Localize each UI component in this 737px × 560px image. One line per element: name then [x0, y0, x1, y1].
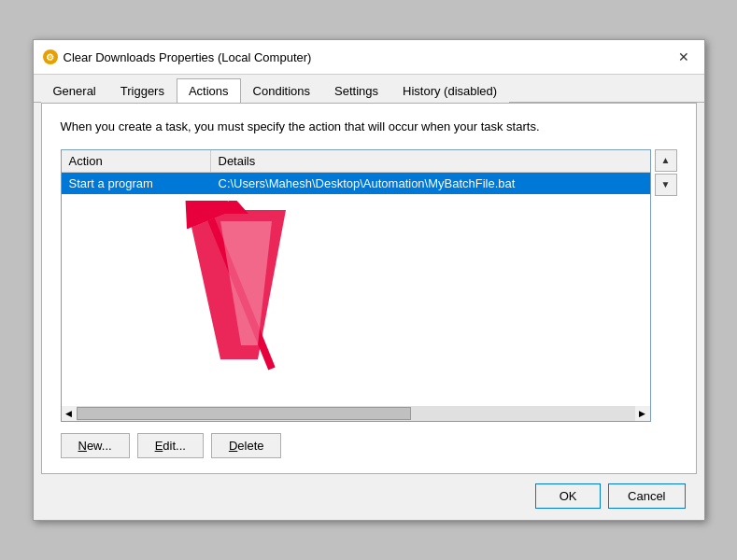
scroll-right-button[interactable]: ▶ — [635, 406, 650, 421]
cell-details: C:\Users\Mahesh\Desktop\Automation\MyBat… — [211, 173, 650, 194]
edit-button[interactable]: Edit... — [137, 433, 204, 458]
actions-table: Action Details Start a program C:\Users\… — [61, 149, 651, 422]
delete-button[interactable]: Delete — [211, 433, 282, 458]
tab-content: When you create a task, you must specify… — [41, 103, 697, 473]
table-area: Action Details Start a program C:\Users\… — [61, 149, 677, 422]
edit-button-label: Edit... — [155, 439, 186, 453]
cancel-button[interactable]: Cancel — [608, 483, 685, 509]
column-details: Details — [211, 150, 650, 172]
svg-marker-4 — [218, 201, 248, 214]
tab-conditions[interactable]: Conditions — [241, 78, 322, 103]
scroll-left-button[interactable]: ◀ — [62, 406, 77, 421]
tab-actions[interactable]: Actions — [177, 78, 241, 103]
annotation-arrow — [174, 201, 323, 387]
action-buttons: New... Edit... Delete — [61, 433, 677, 458]
tab-settings[interactable]: Settings — [322, 78, 390, 103]
table-body: Start a program C:\Users\Mahesh\Desktop\… — [62, 173, 650, 406]
vertical-scroll-buttons: ▲ ▼ — [655, 149, 677, 422]
table-row[interactable]: Start a program C:\Users\Mahesh\Desktop\… — [62, 173, 650, 194]
cell-action: Start a program — [62, 173, 211, 194]
scrollbar-thumb[interactable] — [77, 407, 412, 420]
window-title: Clear Downloads Properties (Local Comput… — [64, 50, 312, 64]
svg-line-1 — [211, 219, 272, 369]
tab-general[interactable]: General — [41, 78, 108, 103]
ok-button[interactable]: OK — [535, 483, 601, 509]
window-icon: ⚙ — [43, 49, 58, 64]
description-text: When you create a task, you must specify… — [61, 119, 677, 135]
main-window: ⚙ Clear Downloads Properties (Local Comp… — [33, 39, 705, 520]
tab-history[interactable]: History (disabled) — [390, 78, 509, 103]
scroll-down-button[interactable]: ▼ — [655, 174, 677, 196]
table-header: Action Details — [62, 150, 650, 173]
title-bar-left: ⚙ Clear Downloads Properties (Local Comp… — [43, 49, 312, 64]
title-bar: ⚙ Clear Downloads Properties (Local Comp… — [34, 40, 704, 75]
svg-marker-3 — [220, 221, 272, 345]
column-action: Action — [62, 150, 211, 172]
scroll-up-button[interactable]: ▲ — [655, 149, 677, 172]
bottom-buttons: OK Cancel — [34, 474, 704, 520]
horizontal-scrollbar[interactable]: ◀ ▶ — [62, 406, 650, 421]
tab-triggers[interactable]: Triggers — [108, 78, 177, 103]
delete-button-label: Delete — [229, 439, 264, 453]
new-button-label: New... — [78, 439, 112, 453]
svg-marker-2 — [188, 210, 286, 359]
tab-bar: General Triggers Actions Conditions Sett… — [34, 75, 704, 103]
scrollbar-track[interactable] — [77, 406, 635, 421]
new-button[interactable]: New... — [61, 433, 130, 458]
close-button[interactable]: ✕ — [673, 46, 695, 68]
